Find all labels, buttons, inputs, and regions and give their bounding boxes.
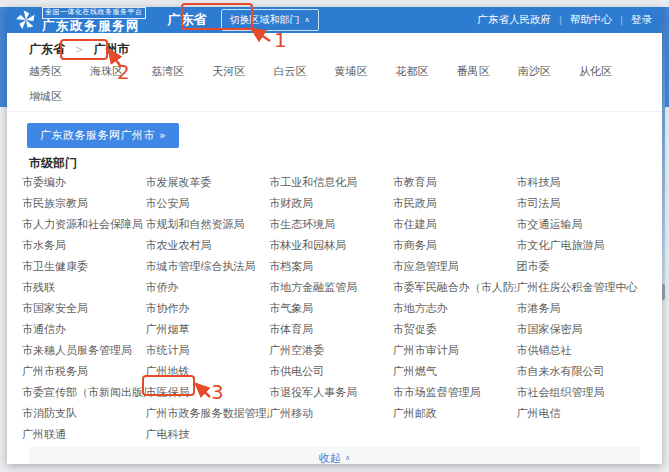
- department-link[interactable]: 市贸促委: [393, 319, 517, 340]
- current-region-label: 广东省: [168, 11, 207, 29]
- department-link[interactable]: 广州市政务服务数据管理局: [146, 403, 270, 424]
- site-header: 全国一体化在线政务服务平台 广东政务服务网 广东省 切换区域和部门 ∧ 广东省人…: [7, 7, 662, 33]
- department-link[interactable]: 市供销总社: [516, 340, 640, 361]
- department-link[interactable]: 市统计局: [146, 340, 270, 361]
- department-link[interactable]: 市体育局: [269, 319, 393, 340]
- switch-region-label: 切换区域和部门: [230, 13, 300, 27]
- department-link[interactable]: 广州地铁: [146, 361, 270, 382]
- district-link[interactable]: 天河区: [212, 64, 273, 79]
- department-link[interactable]: 市市场监督管理局: [393, 382, 517, 403]
- breadcrumb-city[interactable]: 广州市: [93, 41, 129, 58]
- department-link[interactable]: 市商务局: [393, 235, 517, 256]
- department-link[interactable]: 市民政局: [393, 193, 517, 214]
- department-link[interactable]: 市应急管理局: [393, 256, 517, 277]
- department-link[interactable]: 市工业和信息化局: [269, 172, 393, 193]
- department-link[interactable]: 广州燃气: [393, 361, 517, 382]
- department-link[interactable]: 市侨办: [146, 277, 270, 298]
- department-link[interactable]: 广州住房公积金管理中心: [516, 277, 640, 298]
- department-link[interactable]: 市水务局: [22, 235, 146, 256]
- department-link[interactable]: 市公安局: [146, 193, 270, 214]
- department-link[interactable]: 市地方金融监管局: [269, 277, 393, 298]
- department-link[interactable]: 市卫生健康委: [22, 256, 146, 277]
- department-link[interactable]: 市交通运输局: [516, 214, 640, 235]
- department-link[interactable]: 市民族宗教局: [22, 193, 146, 214]
- department-link[interactable]: 广州市审计局: [393, 340, 517, 361]
- switch-region-button[interactable]: 切换区域和部门 ∧: [221, 9, 319, 31]
- department-link[interactable]: 市协作办: [146, 298, 270, 319]
- breadcrumb-province[interactable]: 广东省: [29, 41, 65, 58]
- department-link[interactable]: 市国家保密局: [516, 319, 640, 340]
- department-link[interactable]: 市国家安全局: [22, 298, 146, 319]
- department-link[interactable]: 市残联: [22, 277, 146, 298]
- gov-portal-link[interactable]: 广东省人民政府: [477, 13, 551, 27]
- district-link[interactable]: 番禺区: [457, 64, 518, 79]
- department-link[interactable]: 市消防支队: [22, 403, 146, 424]
- department-link[interactable]: 团市委: [516, 256, 640, 277]
- department-link[interactable]: 市人力资源和社会保障局: [22, 214, 146, 235]
- department-link[interactable]: 市住建局: [393, 214, 517, 235]
- link-divider: |: [620, 15, 623, 25]
- department-link[interactable]: 市城市管理综合执法局: [146, 256, 270, 277]
- portal-button-row: 广东政务服务网广州市 »: [7, 112, 662, 148]
- department-link[interactable]: 市文化广电旅游局: [516, 235, 640, 256]
- district-link[interactable]: 越秀区: [29, 64, 90, 79]
- district-link[interactable]: 荔湾区: [151, 64, 212, 79]
- section-title: 市级部门: [7, 148, 662, 171]
- collapse-label: 收起: [319, 451, 341, 465]
- district-link[interactable]: 花都区: [396, 64, 457, 79]
- department-link[interactable]: 市教育局: [393, 172, 517, 193]
- department-list: 市委编办市发展改革委市工业和信息化局市教育局市科技局市民族宗教局市公安局市财政局…: [7, 171, 662, 445]
- district-link[interactable]: 白云区: [273, 64, 334, 79]
- district-link[interactable]: 黄埔区: [334, 64, 395, 79]
- site-logo[interactable]: 全国一体化在线政务服务平台 广东政务服务网: [15, 7, 146, 32]
- department-link[interactable]: 市规划和自然资源局: [146, 214, 270, 235]
- department-link[interactable]: 市财政局: [269, 193, 393, 214]
- department-link[interactable]: 广州空港委: [269, 340, 393, 361]
- district-link[interactable]: 海珠区: [90, 64, 151, 79]
- department-link[interactable]: 市气象局: [269, 298, 393, 319]
- city-portal-button[interactable]: 广东政务服务网广州市 »: [27, 123, 179, 148]
- page: { "header": { "platform_tag": "全国一体化在线政务…: [0, 0, 669, 472]
- breadcrumb-separator: >: [75, 44, 83, 55]
- district-link[interactable]: 增城区: [29, 89, 90, 104]
- department-link[interactable]: 广州移动: [269, 403, 393, 424]
- department-link[interactable]: 市委宣传部（市新闻出版局...: [22, 382, 146, 403]
- kapok-flower-logo-icon: [15, 9, 37, 31]
- department-link[interactable]: 市退役军人事务局: [269, 382, 393, 403]
- department-link[interactable]: 广州联通: [22, 424, 146, 445]
- department-link[interactable]: 市委军民融合办（市人防办）: [393, 277, 517, 298]
- department-link[interactable]: 广州电信: [516, 403, 640, 424]
- caret-up-icon: ∧: [345, 454, 350, 462]
- login-link[interactable]: 登录: [631, 13, 652, 27]
- help-center-link[interactable]: 帮助中心: [570, 13, 612, 27]
- department-link[interactable]: 市供电公司: [269, 361, 393, 382]
- link-divider: |: [559, 15, 562, 25]
- department-link[interactable]: 市港务局: [516, 298, 640, 319]
- logo-text: 全国一体化在线政务服务平台 广东政务服务网: [42, 7, 146, 32]
- district-link[interactable]: 南沙区: [518, 64, 579, 79]
- department-link[interactable]: 市通信办: [22, 319, 146, 340]
- department-link[interactable]: 市档案局: [269, 256, 393, 277]
- department-link[interactable]: 市生态环境局: [269, 214, 393, 235]
- department-link[interactable]: 市发展改革委: [146, 172, 270, 193]
- region-department-dropdown-panel: 全国一体化在线政务服务平台 广东政务服务网 广东省 切换区域和部门 ∧ 广东省人…: [7, 7, 662, 464]
- caret-up-icon: ∧: [305, 17, 310, 24]
- department-link[interactable]: 广州邮政: [393, 403, 517, 424]
- department-link[interactable]: 广州烟草: [146, 319, 270, 340]
- collapse-button[interactable]: 收起 ∧: [29, 447, 640, 464]
- department-link[interactable]: 市自来水有限公司: [516, 361, 640, 382]
- department-link[interactable]: 市社会组织管理局: [516, 382, 640, 403]
- site-name: 广东政务服务网: [42, 19, 146, 33]
- department-link[interactable]: 市地方志办: [393, 298, 517, 319]
- department-link[interactable]: 市医保局: [146, 382, 270, 403]
- department-link[interactable]: 市委编办: [22, 172, 146, 193]
- department-link[interactable]: 市司法局: [516, 193, 640, 214]
- department-link[interactable]: 市林业和园林局: [269, 235, 393, 256]
- department-link[interactable]: 市来穗人员服务管理局: [22, 340, 146, 361]
- breadcrumb: 广东省 > 广州市: [7, 33, 662, 58]
- department-link[interactable]: 广州市税务局: [22, 361, 146, 382]
- department-link[interactable]: 广电科技: [146, 424, 270, 445]
- department-link[interactable]: 市农业农村局: [146, 235, 270, 256]
- department-link[interactable]: 市科技局: [516, 172, 640, 193]
- district-link[interactable]: 从化区: [579, 64, 640, 79]
